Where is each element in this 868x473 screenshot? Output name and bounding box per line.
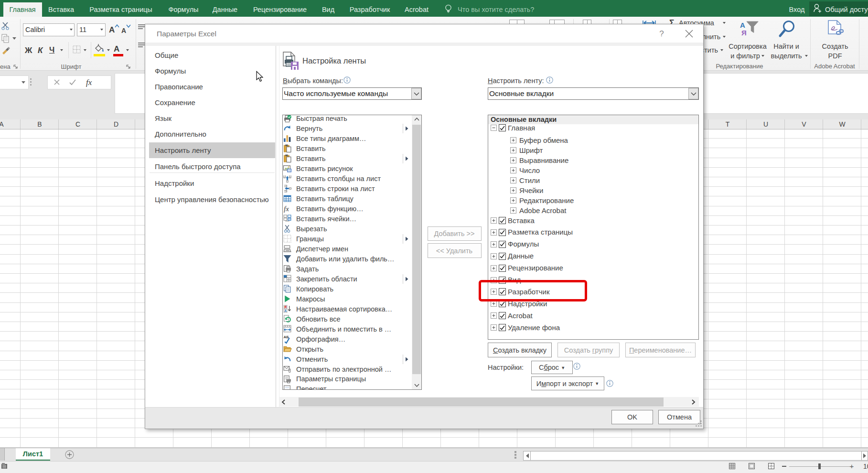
svg-text:Я: Я xyxy=(284,305,287,309)
svg-text:fx: fx xyxy=(284,205,289,213)
svg-text:А: А xyxy=(284,309,287,312)
